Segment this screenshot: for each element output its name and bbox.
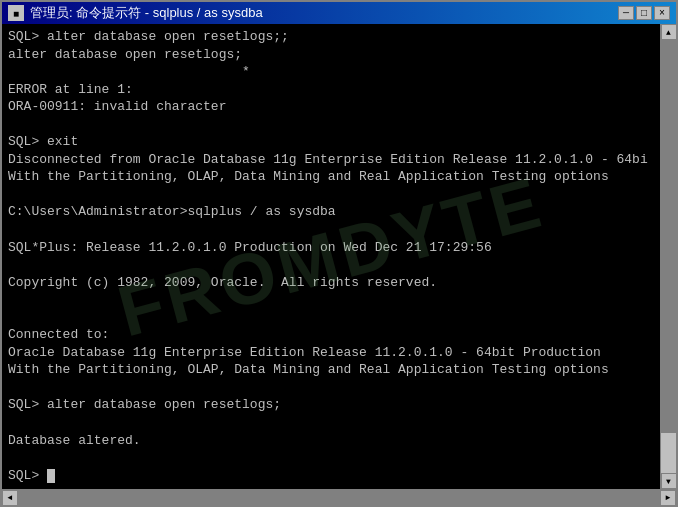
console-line xyxy=(8,256,654,274)
window-title: 管理员: 命令提示符 - sqlplus / as sysdba xyxy=(30,4,263,22)
console-line: alter database open resetlogs; xyxy=(8,46,654,64)
console-line xyxy=(8,221,654,239)
console-line xyxy=(8,414,654,432)
console-line xyxy=(8,379,654,397)
scroll-thumb[interactable] xyxy=(661,433,676,473)
console-line: Database altered. xyxy=(8,432,654,450)
console-line: * xyxy=(8,63,654,81)
console-line xyxy=(8,291,654,309)
console-line xyxy=(8,449,654,467)
cursor xyxy=(47,469,55,483)
bottom-scrollbar[interactable]: ◄ ► xyxy=(2,489,676,505)
console-line: Copyright (c) 1982, 2009, Oracle. All ri… xyxy=(8,274,654,292)
console-body[interactable]: FROMDYTE SQL> alter database open resetl… xyxy=(2,24,660,489)
console-line: Oracle Database 11g Enterprise Edition R… xyxy=(8,344,654,362)
title-controls[interactable]: ─ □ × xyxy=(618,6,670,20)
scroll-up-button[interactable]: ▲ xyxy=(661,24,677,40)
console-line: With the Partitioning, OLAP, Data Mining… xyxy=(8,168,654,186)
console-line: ERROR at line 1: xyxy=(8,81,654,99)
console-line: SQL> alter database open resetlogs;; xyxy=(8,28,654,46)
console-line: Connected to: xyxy=(8,326,654,344)
console-wrapper: FROMDYTE SQL> alter database open resetl… xyxy=(2,24,676,489)
console-line xyxy=(8,116,654,134)
console-line: Disconnected from Oracle Database 11g En… xyxy=(8,151,654,169)
close-button[interactable]: × xyxy=(654,6,670,20)
minimize-button[interactable]: ─ xyxy=(618,6,634,20)
window-icon: ■ xyxy=(8,5,24,21)
console-line xyxy=(8,186,654,204)
h-scroll-track[interactable] xyxy=(18,490,660,505)
console-line: ORA-00911: invalid character xyxy=(8,98,654,116)
console-line: C:\Users\Administrator>sqlplus / as sysd… xyxy=(8,203,654,221)
maximize-button[interactable]: □ xyxy=(636,6,652,20)
window: ■ 管理员: 命令提示符 - sqlplus / as sysdba ─ □ ×… xyxy=(0,0,678,507)
console-line: SQL> exit xyxy=(8,133,654,151)
console-line: SQL> xyxy=(8,467,654,485)
title-left: ■ 管理员: 命令提示符 - sqlplus / as sysdba xyxy=(8,4,263,22)
console-line: SQL*Plus: Release 11.2.0.1.0 Production … xyxy=(8,239,654,257)
console-lines: SQL> alter database open resetlogs;;alte… xyxy=(8,28,654,484)
console-line: SQL> alter database open resetlogs; xyxy=(8,396,654,414)
scroll-track[interactable] xyxy=(661,40,676,473)
console-line: With the Partitioning, OLAP, Data Mining… xyxy=(8,361,654,379)
scroll-left-button[interactable]: ◄ xyxy=(2,490,18,506)
scroll-down-button[interactable]: ▼ xyxy=(661,473,677,489)
console-line xyxy=(8,309,654,327)
title-bar: ■ 管理员: 命令提示符 - sqlplus / as sysdba ─ □ × xyxy=(2,2,676,24)
scrollbar[interactable]: ▲ ▼ xyxy=(660,24,676,489)
scroll-right-button[interactable]: ► xyxy=(660,490,676,506)
